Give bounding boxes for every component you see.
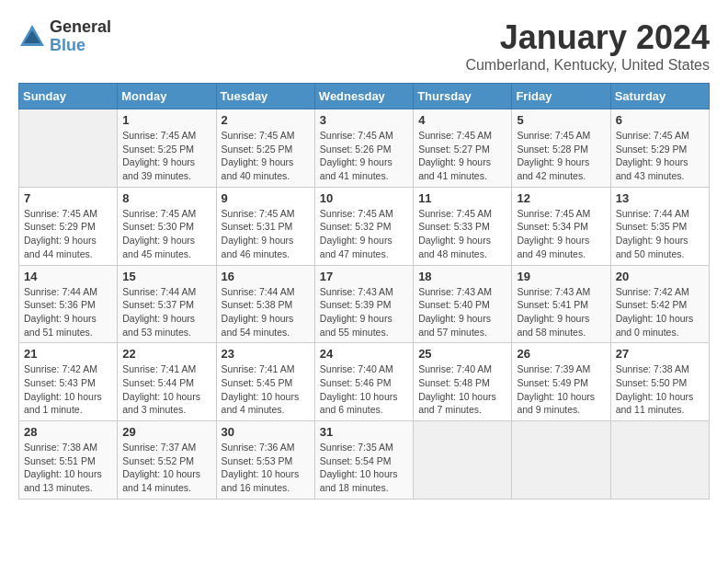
day-number: 10 [320, 191, 408, 205]
calendar-cell: 26Sunrise: 7:39 AMSunset: 5:49 PMDayligh… [512, 343, 610, 421]
calendar-cell: 2Sunrise: 7:45 AMSunset: 5:25 PMDaylight… [216, 109, 314, 188]
calendar-cell: 20Sunrise: 7:42 AMSunset: 5:42 PMDayligh… [610, 265, 709, 343]
day-info: Sunrise: 7:45 AMSunset: 5:25 PMDaylight:… [122, 129, 210, 183]
day-info: Sunrise: 7:42 AMSunset: 5:43 PMDaylight:… [24, 362, 112, 417]
day-info: Sunrise: 7:45 AMSunset: 5:25 PMDaylight:… [222, 129, 310, 183]
day-number: 9 [222, 191, 310, 205]
calendar-week-3: 14Sunrise: 7:44 AMSunset: 5:36 PMDayligh… [19, 265, 710, 343]
day-info: Sunrise: 7:44 AMSunset: 5:38 PMDaylight:… [222, 285, 310, 339]
day-info: Sunrise: 7:45 AMSunset: 5:26 PMDaylight:… [320, 129, 408, 183]
calendar-table: SundayMondayTuesdayWednesdayThursdayFrid… [18, 83, 710, 500]
calendar-cell: 18Sunrise: 7:43 AMSunset: 5:40 PMDayligh… [414, 265, 512, 343]
day-info: Sunrise: 7:45 AMSunset: 5:29 PMDaylight:… [616, 129, 704, 183]
day-number: 11 [418, 191, 506, 205]
title-block: January 2024 Cumberland, Kentucky, Unite… [465, 18, 710, 74]
day-info: Sunrise: 7:45 AMSunset: 5:32 PMDaylight:… [320, 207, 408, 261]
calendar-cell: 24Sunrise: 7:40 AMSunset: 5:46 PMDayligh… [314, 343, 413, 421]
day-number: 29 [122, 425, 210, 439]
weekday-header-saturday: Saturday [610, 84, 709, 109]
day-number: 22 [122, 347, 210, 361]
day-number: 2 [222, 113, 310, 127]
day-info: Sunrise: 7:45 AMSunset: 5:29 PMDaylight:… [24, 207, 112, 261]
logo-general-text: General [50, 18, 111, 37]
day-number: 19 [517, 270, 605, 283]
day-info: Sunrise: 7:44 AMSunset: 5:35 PMDaylight:… [616, 207, 704, 261]
calendar-cell: 1Sunrise: 7:45 AMSunset: 5:25 PMDaylight… [118, 109, 216, 188]
calendar-cell: 29Sunrise: 7:37 AMSunset: 5:52 PMDayligh… [118, 421, 216, 500]
logo-text: General Blue [50, 18, 111, 55]
calendar-cell: 5Sunrise: 7:45 AMSunset: 5:28 PMDaylight… [512, 109, 610, 188]
calendar-cell: 12Sunrise: 7:45 AMSunset: 5:34 PMDayligh… [512, 187, 610, 265]
calendar-cell: 4Sunrise: 7:45 AMSunset: 5:27 PMDaylight… [414, 109, 512, 188]
page-header: General Blue January 2024 Cumberland, Ke… [18, 18, 710, 74]
weekday-header-row: SundayMondayTuesdayWednesdayThursdayFrid… [19, 84, 710, 109]
day-info: Sunrise: 7:41 AMSunset: 5:44 PMDaylight:… [122, 362, 210, 417]
day-number: 20 [616, 270, 704, 283]
calendar-cell: 11Sunrise: 7:45 AMSunset: 5:33 PMDayligh… [414, 187, 512, 265]
day-info: Sunrise: 7:45 AMSunset: 5:33 PMDaylight:… [418, 207, 506, 261]
day-number: 31 [320, 425, 408, 439]
day-info: Sunrise: 7:39 AMSunset: 5:49 PMDaylight:… [517, 362, 605, 417]
calendar-cell: 17Sunrise: 7:43 AMSunset: 5:39 PMDayligh… [314, 265, 413, 343]
calendar-cell: 13Sunrise: 7:44 AMSunset: 5:35 PMDayligh… [610, 187, 709, 265]
day-info: Sunrise: 7:45 AMSunset: 5:30 PMDaylight:… [122, 207, 210, 261]
calendar-cell: 25Sunrise: 7:40 AMSunset: 5:48 PMDayligh… [414, 343, 512, 421]
day-info: Sunrise: 7:43 AMSunset: 5:41 PMDaylight:… [517, 285, 605, 339]
calendar-cell: 21Sunrise: 7:42 AMSunset: 5:43 PMDayligh… [19, 343, 118, 421]
main-title: January 2024 [465, 18, 710, 57]
calendar-cell: 9Sunrise: 7:45 AMSunset: 5:31 PMDaylight… [216, 187, 314, 265]
day-number: 12 [517, 191, 605, 205]
day-number: 1 [122, 113, 210, 127]
subtitle: Cumberland, Kentucky, United States [465, 57, 710, 74]
day-info: Sunrise: 7:41 AMSunset: 5:45 PMDaylight:… [222, 362, 310, 417]
day-info: Sunrise: 7:37 AMSunset: 5:52 PMDaylight:… [122, 441, 210, 495]
day-number: 30 [222, 425, 310, 439]
calendar-header: SundayMondayTuesdayWednesdayThursdayFrid… [19, 84, 710, 109]
calendar-week-2: 7Sunrise: 7:45 AMSunset: 5:29 PMDaylight… [19, 187, 710, 265]
weekday-header-thursday: Thursday [414, 84, 512, 109]
weekday-header-sunday: Sunday [19, 84, 118, 109]
calendar-cell: 6Sunrise: 7:45 AMSunset: 5:29 PMDaylight… [610, 109, 709, 188]
day-number: 7 [24, 191, 112, 205]
calendar-week-1: 1Sunrise: 7:45 AMSunset: 5:25 PMDaylight… [19, 109, 710, 188]
day-info: Sunrise: 7:40 AMSunset: 5:46 PMDaylight:… [320, 362, 408, 417]
day-info: Sunrise: 7:44 AMSunset: 5:37 PMDaylight:… [122, 285, 210, 339]
calendar-cell: 3Sunrise: 7:45 AMSunset: 5:26 PMDaylight… [314, 109, 413, 188]
calendar-body: 1Sunrise: 7:45 AMSunset: 5:25 PMDaylight… [19, 109, 710, 500]
day-number: 3 [320, 113, 408, 127]
calendar-cell: 22Sunrise: 7:41 AMSunset: 5:44 PMDayligh… [118, 343, 216, 421]
day-info: Sunrise: 7:45 AMSunset: 5:31 PMDaylight:… [222, 207, 310, 261]
day-info: Sunrise: 7:45 AMSunset: 5:28 PMDaylight:… [517, 129, 605, 183]
calendar-cell [414, 421, 512, 500]
calendar-cell: 23Sunrise: 7:41 AMSunset: 5:45 PMDayligh… [216, 343, 314, 421]
day-info: Sunrise: 7:44 AMSunset: 5:36 PMDaylight:… [24, 285, 112, 339]
calendar-week-4: 21Sunrise: 7:42 AMSunset: 5:43 PMDayligh… [19, 343, 710, 421]
calendar-cell [610, 421, 709, 500]
calendar-cell: 30Sunrise: 7:36 AMSunset: 5:53 PMDayligh… [216, 421, 314, 500]
weekday-header-tuesday: Tuesday [216, 84, 314, 109]
day-number: 23 [222, 347, 310, 361]
calendar-cell: 10Sunrise: 7:45 AMSunset: 5:32 PMDayligh… [314, 187, 413, 265]
calendar-cell: 19Sunrise: 7:43 AMSunset: 5:41 PMDayligh… [512, 265, 610, 343]
day-number: 14 [24, 270, 112, 283]
day-number: 8 [122, 191, 210, 205]
day-number: 15 [122, 270, 210, 283]
day-info: Sunrise: 7:36 AMSunset: 5:53 PMDaylight:… [222, 441, 310, 495]
day-info: Sunrise: 7:43 AMSunset: 5:40 PMDaylight:… [418, 285, 506, 339]
calendar-cell: 27Sunrise: 7:38 AMSunset: 5:50 PMDayligh… [610, 343, 709, 421]
calendar-cell: 7Sunrise: 7:45 AMSunset: 5:29 PMDaylight… [19, 187, 118, 265]
day-number: 25 [418, 347, 506, 361]
day-number: 13 [616, 191, 704, 205]
logo-blue-text: Blue [50, 37, 111, 55]
day-number: 6 [616, 113, 704, 127]
weekday-header-monday: Monday [118, 84, 216, 109]
day-info: Sunrise: 7:43 AMSunset: 5:39 PMDaylight:… [320, 285, 408, 339]
day-info: Sunrise: 7:35 AMSunset: 5:54 PMDaylight:… [320, 441, 408, 495]
day-info: Sunrise: 7:45 AMSunset: 5:27 PMDaylight:… [418, 129, 506, 183]
day-number: 21 [24, 347, 112, 361]
logo: General Blue [18, 18, 111, 55]
day-number: 17 [320, 270, 408, 283]
day-number: 24 [320, 347, 408, 361]
calendar-cell: 16Sunrise: 7:44 AMSunset: 5:38 PMDayligh… [216, 265, 314, 343]
day-number: 27 [616, 347, 704, 361]
